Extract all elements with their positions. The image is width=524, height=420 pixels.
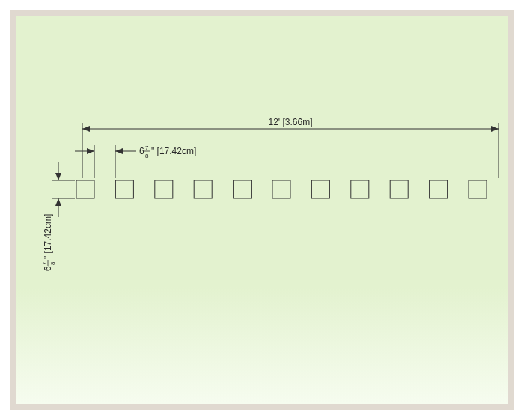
- diagram-canvas: 12' [3.66m] 6 7 8 " [1: [16, 16, 508, 404]
- dimension-gap: 6 7 8 " [17.42cm]: [75, 144, 196, 178]
- svg-marker-2: [491, 126, 499, 132]
- svg-marker-15: [55, 173, 61, 180]
- overall-width-label: 12' [3.66m]: [269, 117, 313, 127]
- gap-label-denominator: 8: [145, 153, 149, 159]
- block: [272, 180, 290, 198]
- gap-label-numerator: 7: [145, 144, 149, 151]
- block: [430, 180, 448, 198]
- dimension-block-height: 6 7 8 " [17.42cm]: [41, 162, 75, 271]
- diagram-svg: 12' [3.66m] 6 7 8 " [1: [16, 16, 508, 404]
- block: [115, 180, 133, 198]
- block: [351, 180, 369, 198]
- height-label-tail: " [17.42cm]: [43, 214, 53, 259]
- height-label-numerator: 7: [41, 261, 48, 265]
- block: [390, 180, 408, 198]
- block: [194, 180, 212, 198]
- image-frame-outer: 12' [3.66m] 6 7 8 " [1: [0, 0, 524, 420]
- block-row: [76, 180, 487, 198]
- block: [76, 180, 94, 198]
- svg-marker-10: [115, 148, 123, 154]
- gap-label-tail: " [17.42cm]: [151, 146, 196, 156]
- svg-marker-17: [55, 198, 61, 206]
- block: [155, 180, 173, 198]
- block: [234, 180, 252, 198]
- svg-marker-1: [82, 126, 90, 132]
- block: [469, 180, 487, 198]
- gap-label-main: 6: [139, 146, 144, 156]
- block: [311, 180, 329, 198]
- height-label-main: 6: [43, 266, 53, 271]
- height-label-denominator: 8: [49, 261, 56, 265]
- picture-frame: 12' [3.66m] 6 7 8 " [1: [10, 10, 514, 410]
- svg-marker-8: [87, 148, 94, 154]
